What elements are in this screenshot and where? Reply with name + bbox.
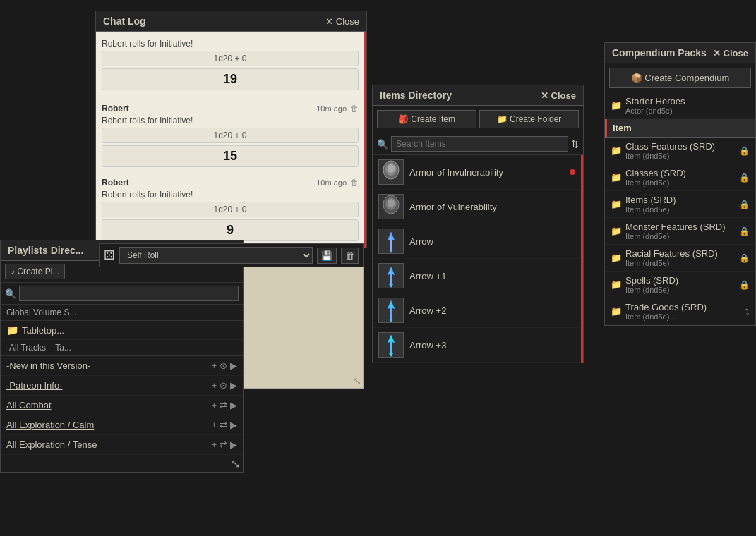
add-icon-1[interactable]: + — [211, 380, 217, 391]
add-icon-0[interactable]: + — [211, 360, 217, 371]
chat-message-2: Robert 10m ago 🗑 Robert rolls for Initia… — [96, 99, 364, 173]
item-name-trade-goods: Trade Goods (SRD) — [625, 302, 707, 312]
playlist-search-input[interactable] — [19, 286, 239, 301]
settings-icon-1[interactable]: ⊙ — [220, 380, 227, 391]
item-sub-class-features: Item (dnd5e) — [625, 152, 715, 160]
playlist-item-controls-3: + ⇄ ▶ — [211, 420, 237, 430]
compendium-item-trade-goods[interactable]: 📁 Trade Goods (SRD) Item (dnd5e)... ⤵ — [605, 298, 755, 325]
compendium-item-spells[interactable]: 📁 Spells (SRD) Item (dnd5e) 🔒 — [605, 272, 755, 298]
items-sort-icon[interactable]: ⇅ — [571, 139, 579, 150]
armor-vuln-svg — [379, 195, 403, 219]
item-row[interactable]: Arrow — [373, 224, 581, 259]
roll-formula-3: 1d20 + 0 — [102, 202, 359, 217]
compendium-close-button[interactable]: ✕ Close — [713, 48, 748, 59]
roll-formula-1: 1d20 + 0 — [102, 51, 359, 66]
play-icon-3[interactable]: ▶ — [230, 420, 237, 430]
delete-button-2[interactable]: 🗑 — [350, 104, 359, 114]
arrow-plus1-svg — [379, 264, 403, 288]
playlist-item-combat[interactable]: All Combat + ⇄ ▶ — [1, 396, 243, 415]
item-name-racial-features: Racial Features (SRD) — [625, 248, 718, 259]
chat-log-close-button[interactable]: ✕ Close — [325, 16, 359, 27]
svg-marker-8 — [389, 250, 393, 253]
lock-icon-spells: 🔒 — [739, 280, 750, 290]
item-left-racial-features: 📁 Racial Features (SRD) Item (dnd5e) — [611, 248, 718, 267]
play-icon-1[interactable]: ▶ — [230, 380, 237, 391]
compendium-panel: Compendium Packs ✕ Close 📦 Create Compen… — [604, 42, 756, 326]
compendium-folder-starter-heroes[interactable]: 📁 Starter Heroes Actor (dnd5e) — [605, 92, 755, 119]
compendium-item-items-srd[interactable]: 📁 Items (SRD) Item (dnd5e) 🔒 — [605, 191, 755, 218]
playlist-item-exploration-calm[interactable]: All Exploration / Calm + ⇄ ▶ — [1, 415, 243, 435]
lock-icon-classes: 🔒 — [739, 173, 750, 183]
playlist-item-patreon[interactable]: -Patreon Info- + ⊙ ▶ — [1, 376, 243, 396]
shuffle-icon-4[interactable]: ⇄ — [220, 439, 227, 450]
resize-handle[interactable]: ⤡ — [231, 457, 240, 470]
audio-save-button[interactable]: 💾 — [317, 248, 337, 264]
roll-label-3: Robert rolls for Initiative! — [102, 190, 359, 200]
folder-icon-monster: 📁 — [611, 226, 622, 236]
playlist-item-new-version[interactable]: -New in this Version- + ⊙ ▶ — [1, 356, 243, 376]
roll-result-2: 15 — [102, 145, 359, 167]
settings-icon-0[interactable]: ⊙ — [220, 360, 227, 371]
sender-name-2: Robert — [102, 104, 129, 114]
lock-icon-monster-features: 🔒 — [739, 226, 750, 236]
roll-label-1: Robert rolls for Initiative! — [102, 39, 359, 49]
audio-delete-button[interactable]: 🗑 — [341, 248, 359, 264]
item-row[interactable]: Arrow +3 — [373, 328, 581, 363]
playlist-item-controls-2: + ⇄ ▶ — [211, 400, 237, 410]
sender-row-2: Robert 10m ago 🗑 — [102, 104, 359, 114]
compendium-title: Compendium Packs — [612, 47, 707, 59]
svg-rect-7 — [390, 238, 392, 250]
items-directory-panel: Items Directory ✕ Close 🎒 Create Item 📁 … — [372, 85, 584, 363]
shuffle-icon-3[interactable]: ⇄ — [220, 420, 227, 430]
item-row[interactable]: Armor of Invulnerability — [373, 155, 581, 190]
shuffle-icon-2[interactable]: ⇄ — [220, 400, 227, 410]
play-icon-0[interactable]: ▶ — [230, 360, 237, 371]
add-icon-3[interactable]: + — [211, 420, 217, 430]
item-icon-arrow-plus1 — [378, 263, 404, 288]
audio-mode-select[interactable]: Self Roll — [119, 247, 313, 264]
play-icon-4[interactable]: ▶ — [230, 439, 237, 450]
play-icon-2[interactable]: ▶ — [230, 400, 237, 410]
create-item-button[interactable]: 🎒 Create Item — [377, 110, 476, 128]
items-list: Armor of Invulnerability Armor of Vulner… — [373, 155, 583, 363]
add-icon-2[interactable]: + — [211, 400, 217, 410]
sender-meta-2: 10m ago 🗑 — [316, 104, 359, 114]
items-dir-close-button[interactable]: ✕ Close — [541, 90, 576, 101]
add-icon-4[interactable]: + — [211, 439, 217, 450]
playlist-item-controls-4: + ⇄ ▶ — [211, 439, 237, 450]
item-name-arrow-plus3: Arrow +3 — [409, 340, 575, 351]
compendium-item-classes[interactable]: 📁 Classes (SRD) Item (dnd5e) 🔒 — [605, 164, 755, 191]
item-name-spells: Spells (SRD) — [625, 275, 678, 286]
item-sub-trade-goods: Item (dnd5e)... — [625, 312, 707, 321]
create-playlist-button[interactable]: ♪ Create Pl... — [5, 264, 65, 279]
compendium-item-racial-features[interactable]: 📁 Racial Features (SRD) Item (dnd5e) 🔒 — [605, 245, 755, 272]
create-compendium-button[interactable]: 📦 Create Compendium — [609, 68, 751, 88]
items-search-input[interactable] — [391, 136, 568, 152]
item-icon-armor-vuln — [378, 194, 404, 219]
item-row[interactable]: Arrow +1 — [373, 259, 581, 293]
delete-button-3[interactable]: 🗑 — [350, 178, 359, 188]
compendium-list: 📦 Create Compendium 📁 Starter Heroes Act… — [605, 63, 755, 325]
create-folder-button[interactable]: 📁 Create Folder — [479, 110, 579, 128]
audio-resize-handle[interactable]: ⤡ — [353, 375, 361, 386]
item-row[interactable]: Armor of Vulnerability — [373, 190, 581, 224]
playlist-folder-tabletop[interactable]: 📁 Tabletop... — [1, 321, 243, 340]
item-name-class-features: Class Features (SRD) — [625, 141, 715, 152]
folder-icon: 📁 — [6, 324, 18, 336]
item-sub-items-srd: Item (dnd5e) — [625, 205, 676, 214]
item-row[interactable]: Arrow +2 — [373, 293, 581, 328]
playlist-item-exploration-tense[interactable]: All Exploration / Tense + ⇄ ▶ — [1, 435, 243, 455]
sender-name-3: Robert — [102, 178, 129, 188]
compendium-section-item-header: Item — [605, 119, 755, 138]
item-name-arrow-plus2: Arrow +2 — [409, 305, 575, 316]
sender-meta-3: 10m ago 🗑 — [316, 178, 359, 188]
item-left-classes: 📁 Classes (SRD) Item (dnd5e) — [611, 168, 686, 187]
compendium-item-monster-features[interactable]: 📁 Monster Features (SRD) Item (dnd5e) 🔒 — [605, 218, 755, 245]
playlist-item-name-3: All Exploration / Calm — [6, 420, 94, 430]
scroll-more-icon: ⤵ — [745, 307, 750, 316]
item-left-spells: 📁 Spells (SRD) Item (dnd5e) — [611, 275, 678, 294]
svg-point-2 — [388, 164, 395, 173]
item-dot-armor-invuln — [570, 169, 575, 175]
compendium-item-class-features[interactable]: 📁 Class Features (SRD) Item (dnd5e) 🔒 — [605, 138, 755, 164]
playlists-title: Playlists Direc... — [8, 245, 83, 256]
